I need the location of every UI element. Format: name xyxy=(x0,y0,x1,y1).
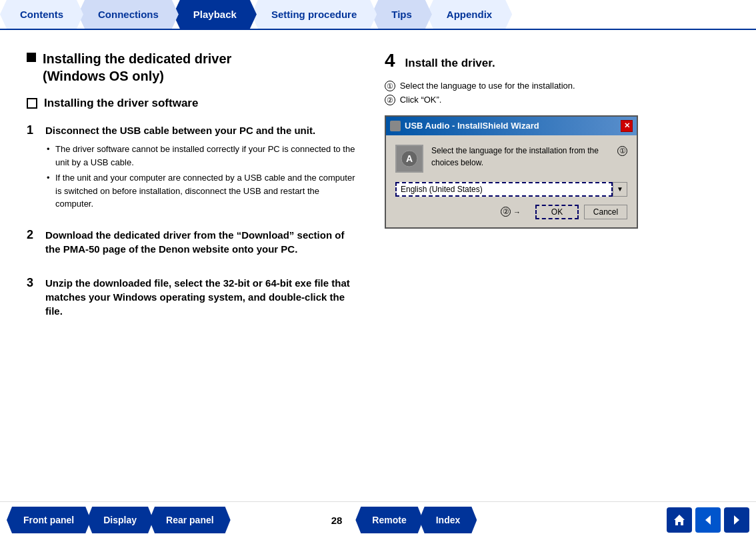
instruction-1: ① Select the language to use for the ins… xyxy=(385,79,729,93)
ok-button[interactable]: OK xyxy=(535,205,579,219)
dialog-title-left: USB Audio - InstallShield Wizard xyxy=(390,121,539,131)
tab-tips[interactable]: Tips xyxy=(371,0,432,29)
page-number: 28 xyxy=(318,515,356,526)
step-4-number: 4 xyxy=(385,50,395,71)
home-button[interactable] xyxy=(667,507,692,533)
dialog-buttons: ② → OK Cancel xyxy=(395,205,627,219)
step-3: 3 Unzip the downloaded file, select the … xyxy=(27,276,358,323)
step-3-title: Unzip the downloaded file, select the 32… xyxy=(45,276,358,318)
main-heading-text: Installing the dedicated driver(Windows … xyxy=(43,50,231,85)
svg-marker-3 xyxy=(705,515,711,525)
svg-text:A: A xyxy=(406,153,413,164)
cancel-button[interactable]: Cancel xyxy=(584,205,627,219)
bottom-tab-display[interactable]: Display xyxy=(87,507,153,533)
step-3-content: Unzip the downloaded file, select the 32… xyxy=(45,276,358,323)
tab-playback-label: Playback xyxy=(193,9,237,20)
dropdown-arrow-button[interactable]: ▼ xyxy=(613,182,627,197)
step-2-number: 2 xyxy=(27,228,45,242)
tab-connections-label: Connections xyxy=(98,9,159,20)
tab-contents-label: Contents xyxy=(20,9,63,20)
sub-heading-text: Installing the driver software xyxy=(44,97,198,110)
step-1-content: Disconnect the USB cable between your PC… xyxy=(45,123,358,213)
tab-setting-procedure[interactable]: Setting procedure xyxy=(251,0,377,29)
tab-appendix-label: Appendix xyxy=(447,9,492,20)
top-navigation: Contents Connections Playback Setting pr… xyxy=(0,0,756,30)
step-1-bullet-1: The driver software cannot be installed … xyxy=(45,143,358,169)
bottom-navigation: Front panel Display Rear panel 28 Remote… xyxy=(0,501,756,538)
checkbox-icon xyxy=(27,98,37,109)
dialog-title-text: USB Audio - InstallShield Wizard xyxy=(405,121,539,131)
circle-2: ② xyxy=(385,95,395,105)
step-1-title: Disconnect the USB cable between your PC… xyxy=(45,123,358,137)
indicator-circle-2: ② xyxy=(501,207,511,217)
tab-contents[interactable]: Contents xyxy=(0,0,83,29)
tab-connections[interactable]: Connections xyxy=(78,0,179,29)
step-3-number: 3 xyxy=(27,276,45,290)
dialog-body: A Select the language for the installati… xyxy=(386,135,637,227)
step-1-bullets: The driver software cannot be installed … xyxy=(45,143,358,211)
step-2: 2 Download the dedicated driver from the… xyxy=(27,228,358,261)
dialog-titlebar: USB Audio - InstallShield Wizard ✕ xyxy=(386,117,637,135)
bottom-right-icons xyxy=(667,507,749,533)
dialog-top-row: A Select the language for the installati… xyxy=(395,145,627,173)
bottom-tab-rear-panel[interactable]: Rear panel xyxy=(149,507,231,533)
step-2-content: Download the dedicated driver from the “… xyxy=(45,228,358,261)
tab-playback[interactable]: Playback xyxy=(173,0,257,29)
right-column: 4 Install the driver. ① Select the langu… xyxy=(378,50,729,488)
circle-2-indicator-container: ② → xyxy=(501,207,523,217)
tab-setting-label: Setting procedure xyxy=(271,9,357,20)
main-heading-section: Installing the dedicated driver(Windows … xyxy=(27,50,358,85)
svg-marker-4 xyxy=(734,515,739,525)
sub-heading-section: Installing the driver software xyxy=(27,97,358,110)
svg-marker-2 xyxy=(674,515,685,525)
bottom-tab-front-panel[interactable]: Front panel xyxy=(7,507,91,533)
language-dropdown[interactable]: English (United States) xyxy=(395,182,613,197)
bottom-tab-remote[interactable]: Remote xyxy=(355,507,423,533)
step-4-title: Install the driver. xyxy=(405,57,495,70)
dialog-logo: A xyxy=(395,145,423,173)
language-dropdown-container: English (United States) ▼ xyxy=(395,182,627,197)
indicator-circle-1: ① xyxy=(617,146,627,156)
install-dialog: USB Audio - InstallShield Wizard ✕ A Sel… xyxy=(385,115,638,229)
dialog-app-icon xyxy=(390,121,401,131)
circle-1: ① xyxy=(385,81,395,91)
step-4-header: 4 Install the driver. xyxy=(385,50,729,71)
forward-button[interactable] xyxy=(724,507,749,533)
bottom-tab-index[interactable]: Index xyxy=(419,507,477,533)
step-2-title: Download the dedicated driver from the “… xyxy=(45,228,358,256)
bottom-tabs-right: Remote Index xyxy=(355,507,667,533)
step-1-bullet-2: If the unit and your computer are connec… xyxy=(45,171,358,211)
tab-appendix[interactable]: Appendix xyxy=(427,0,512,29)
instruction-2: ② Click “OK”. xyxy=(385,93,729,107)
bottom-tabs: Front panel Display Rear panel xyxy=(7,507,318,533)
dialog-message: Select the language for the installation… xyxy=(431,145,609,169)
step-1-number: 1 xyxy=(27,123,45,137)
back-button[interactable] xyxy=(695,507,721,533)
step-4-instructions: ① Select the language to use for the ins… xyxy=(385,79,729,107)
heading-bullet xyxy=(27,53,36,62)
dialog-close-button[interactable]: ✕ xyxy=(621,120,633,132)
left-column: Installing the dedicated driver(Windows … xyxy=(27,50,378,488)
main-content: Installing the dedicated driver(Windows … xyxy=(0,30,756,501)
step-1: 1 Disconnect the USB cable between your … xyxy=(27,123,358,213)
tab-tips-label: Tips xyxy=(391,9,412,20)
